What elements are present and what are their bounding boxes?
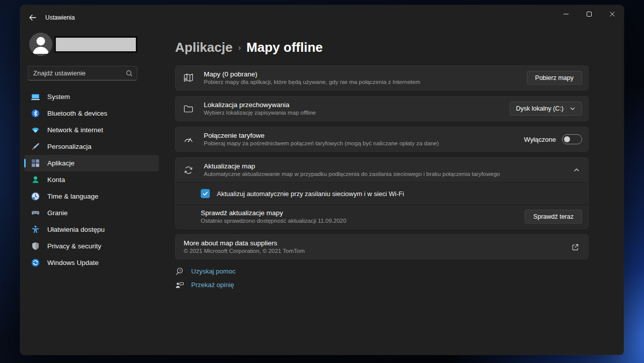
sidebar-item-accessibility[interactable]: Ułatwienia dostępu — [24, 221, 159, 238]
network-icon — [31, 126, 40, 134]
main-content: Aplikacje › Mapy offline Mapy (0 pobrane… — [175, 5, 624, 355]
search-icon — [126, 70, 133, 77]
check-updates-title: Sprawdź aktualizacje mapy — [201, 209, 517, 217]
sidebar-item-network[interactable]: Network & internet — [24, 122, 159, 138]
folder-icon — [183, 103, 196, 115]
breadcrumb: Aplikacje › Mapy offline — [175, 37, 323, 57]
metered-title: Połączenie taryfowe — [204, 131, 516, 140]
apps-icon — [31, 159, 40, 167]
maps-title: Mapy (0 pobrane) — [204, 70, 519, 78]
accessibility-icon — [31, 225, 40, 234]
sidebar-item-label: Granie — [47, 209, 68, 217]
card-storage: Lokalizacja przechowywania Wybierz lokal… — [175, 96, 589, 121]
personalization-icon — [31, 142, 40, 151]
user-profile[interactable] — [29, 33, 137, 56]
external-link-icon — [572, 243, 579, 251]
accounts-icon — [31, 175, 40, 184]
sidebar-item-accounts[interactable]: Konta — [24, 171, 159, 188]
map-updates-header[interactable]: Aktualizacje map Automatyczne aktualizow… — [176, 158, 588, 182]
sidebar-item-label: Privacy & security — [47, 242, 101, 250]
time-language-icon — [31, 192, 40, 201]
sidebar-item-label: Bluetooth & devices — [47, 110, 107, 117]
avatar — [29, 33, 52, 56]
svg-text:?: ? — [179, 268, 181, 273]
bluetooth-icon — [31, 109, 40, 118]
check-icon — [202, 191, 208, 197]
check-updates-subtitle: Ostatnio sprawdzono dostępność aktualiza… — [201, 217, 517, 225]
sidebar-item-system[interactable]: System — [24, 88, 159, 105]
storage-drive-value: Dysk lokalny (C:) — [516, 105, 564, 112]
auto-update-checkbox[interactable] — [201, 189, 210, 198]
redacted-username — [54, 36, 137, 53]
back-arrow-icon — [29, 14, 37, 21]
sidebar-item-label: Konta — [47, 176, 65, 184]
sidebar-item-personalization[interactable]: Personalizacja — [24, 138, 159, 155]
system-icon — [31, 93, 40, 101]
gaming-icon — [31, 209, 40, 217]
back-button[interactable] — [26, 12, 39, 23]
sync-icon — [183, 164, 196, 176]
storage-title: Lokalizacja przechowywania — [204, 101, 502, 109]
suppliers-title: More about map data suppliers — [184, 239, 560, 247]
storage-drive-dropdown[interactable]: Dysk lokalny (C:) — [510, 102, 582, 116]
get-help-link[interactable]: ? Uzyskaj pomoc — [175, 264, 235, 278]
page-title: Mapy offline — [247, 40, 323, 55]
sidebar-item-label: Ułatwienia dostępu — [47, 226, 105, 233]
card-metered: Połączenie taryfowe Pobieraj mapy za poś… — [175, 127, 589, 152]
sidebar: System Bluetooth & devices Network & int… — [20, 25, 171, 355]
card-maps: Mapy (0 pobrane) Pobierz mapy dla aplika… — [175, 65, 589, 90]
feedback-icon — [175, 281, 184, 290]
download-maps-button[interactable]: Pobierz mapy — [527, 71, 582, 85]
sidebar-item-apps[interactable]: Aplikacje — [24, 155, 159, 171]
toggle-state-label: Wyłączone — [524, 136, 556, 143]
sidebar-item-label: Time & language — [47, 193, 99, 200]
suppliers-subtitle: © 2021 Microsoft Corporation, © 2021 Tom… — [184, 247, 560, 255]
feedback-link[interactable]: Przekaż opinię — [175, 278, 235, 292]
auto-update-label: Aktualizuj automatycznie przy zasilaniu … — [217, 190, 404, 198]
sidebar-item-bluetooth[interactable]: Bluetooth & devices — [24, 105, 159, 122]
search-input[interactable] — [33, 69, 126, 77]
sidebar-item-label: Aplikacje — [47, 159, 74, 167]
sidebar-item-label: Windows Update — [47, 259, 99, 266]
privacy-icon — [31, 242, 40, 250]
sidebar-item-label: Network & internet — [47, 126, 103, 134]
toggle-knob — [564, 136, 570, 142]
search-box[interactable] — [28, 66, 137, 80]
settings-window: Ustawienia Syste — [20, 5, 624, 355]
card-suppliers[interactable]: More about map data suppliers © 2021 Mic… — [175, 234, 589, 259]
sidebar-item-label: Personalizacja — [47, 143, 92, 150]
check-now-button[interactable]: Sprawdź teraz — [525, 210, 582, 224]
card-map-updates: Aktualizacje map Automatyczne aktualizow… — [175, 157, 589, 229]
sidebar-item-windows-update[interactable]: Windows Update — [24, 254, 159, 271]
breadcrumb-separator-icon: › — [238, 43, 241, 53]
feedback-label: Przekaż opinię — [191, 281, 234, 289]
map-download-icon — [183, 72, 196, 84]
check-updates-row: Sprawdź aktualizacje mapy Ostatnio spraw… — [176, 205, 588, 228]
storage-subtitle: Wybierz lokalizację zapisywania map offl… — [204, 109, 502, 117]
app-title: Ustawienia — [45, 14, 75, 21]
sidebar-item-time-language[interactable]: Time & language — [24, 188, 159, 205]
auto-update-row: Aktualizuj automatycznie przy zasilaniu … — [176, 183, 588, 205]
sidebar-item-privacy[interactable]: Privacy & security — [24, 238, 159, 254]
sidebar-item-label: System — [47, 93, 70, 101]
sidebar-menu: System Bluetooth & devices Network & int… — [24, 88, 159, 271]
get-help-label: Uzyskaj pomoc — [191, 267, 235, 275]
sidebar-item-gaming[interactable]: Granie — [24, 205, 159, 221]
get-help-icon: ? — [175, 267, 184, 276]
chevron-up-icon — [573, 166, 580, 173]
chevron-down-icon — [570, 106, 576, 112]
external-link-button[interactable] — [569, 243, 582, 251]
footer-links: ? Uzyskaj pomoc Przekaż opinię — [175, 264, 235, 292]
windows-update-icon — [31, 258, 40, 267]
breadcrumb-parent[interactable]: Aplikacje — [175, 40, 232, 55]
updates-subtitle: Automatyczne aktualizowanie map w przypa… — [204, 170, 563, 178]
maps-subtitle: Pobierz mapy dla aplikacji, które będą u… — [204, 78, 519, 86]
gauge-icon — [183, 133, 196, 145]
updates-title: Aktualizacje map — [204, 162, 563, 170]
metered-subtitle: Pobieraj mapy za pośrednictwem połączeń … — [204, 140, 516, 147]
collapse-expander-button[interactable] — [571, 166, 582, 173]
metered-toggle[interactable] — [562, 134, 582, 144]
